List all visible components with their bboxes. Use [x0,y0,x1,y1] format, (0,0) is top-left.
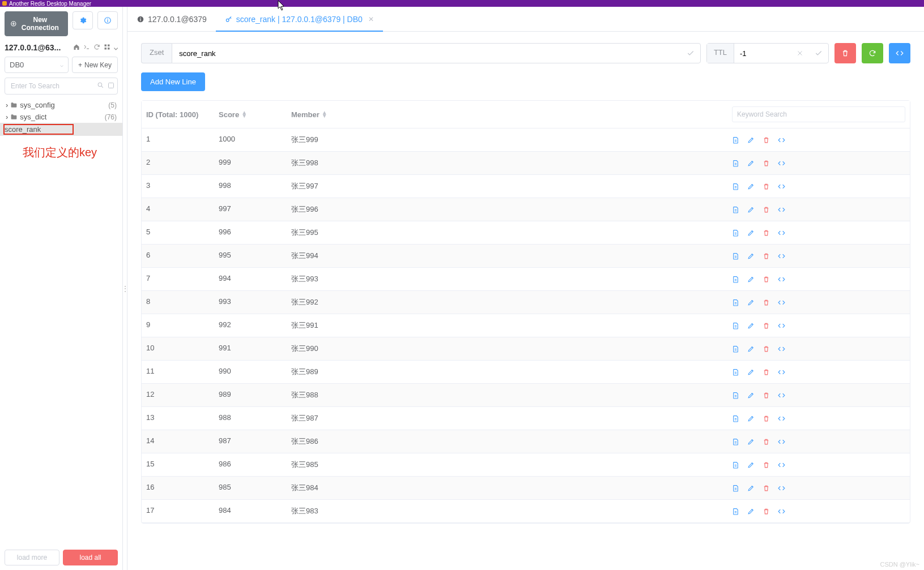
code-button[interactable] [778,322,785,329]
col-header-score[interactable]: Score ▲▼ [214,101,287,128]
code-button[interactable] [778,160,785,167]
detail-button[interactable] [732,508,739,515]
edit-button[interactable] [747,322,755,329]
log-button[interactable] [97,11,118,29]
new-connection-button[interactable]: New Connection [5,11,68,36]
edit-button[interactable] [747,136,755,144]
tab[interactable]: score_rank | 127.0.0.1@6379 | DB0✕ [216,7,383,31]
code-button[interactable] [778,276,785,283]
ttl-clear-button[interactable] [791,44,809,63]
detail-button[interactable] [732,160,739,167]
detail-button[interactable] [732,485,739,492]
terminal-icon[interactable] [83,44,90,52]
delete-button[interactable] [763,485,770,492]
delete-key-button[interactable] [834,43,856,63]
tab[interactable]: 127.0.0.1@6379 [127,7,216,31]
delete-button[interactable] [763,345,770,353]
code-button[interactable] [778,368,785,376]
delete-button[interactable] [763,438,770,445]
edit-button[interactable] [747,299,755,306]
col-header-id[interactable]: ID (Total: 1000) [142,101,214,128]
add-new-line-button[interactable]: Add New Line [141,72,205,91]
home-icon[interactable] [73,44,80,52]
connection-label[interactable]: 127.0.0.1@63... [5,43,61,52]
refresh-icon[interactable] [93,44,100,52]
detail-button[interactable] [732,276,739,283]
delete-button[interactable] [763,252,770,260]
code-button[interactable] [778,183,785,190]
code-button[interactable] [778,508,785,515]
delete-button[interactable] [763,299,770,306]
keyword-search-input[interactable] [732,106,905,122]
delete-button[interactable] [763,183,770,190]
edit-button[interactable] [747,276,755,283]
detail-button[interactable] [732,206,739,213]
code-button[interactable] [778,392,785,399]
delete-button[interactable] [763,206,770,213]
edit-button[interactable] [747,368,755,376]
search-icon[interactable] [97,82,104,89]
tree-folder[interactable]: › sys_dict(76) [0,111,122,123]
sidebar-resizer[interactable]: ⋮ [123,7,127,570]
detail-button[interactable] [732,438,739,445]
edit-button[interactable] [747,508,755,515]
edit-button[interactable] [747,252,755,260]
delete-button[interactable] [763,508,770,515]
detail-button[interactable] [732,136,739,144]
checkbox-icon[interactable] [108,82,114,89]
refresh-button[interactable] [862,43,883,63]
db-select[interactable]: DB0 ⌵ [5,57,69,73]
load-all-button[interactable]: load all [63,550,118,565]
ttl-confirm-button[interactable] [809,44,828,63]
code-button[interactable] [778,485,785,492]
delete-button[interactable] [763,136,770,144]
edit-button[interactable] [747,183,755,190]
code-button[interactable] [778,345,785,353]
delete-button[interactable] [763,160,770,167]
code-button[interactable] [778,461,785,469]
code-button[interactable] [778,206,785,213]
delete-button[interactable] [763,276,770,283]
key-confirm-button[interactable] [681,44,700,63]
edit-button[interactable] [747,461,755,469]
code-button[interactable] [778,438,785,445]
delete-button[interactable] [763,322,770,329]
grid-icon[interactable] [104,44,110,52]
edit-button[interactable] [747,229,755,237]
new-key-button[interactable]: + New Key [72,57,118,73]
detail-button[interactable] [732,252,739,260]
edit-button[interactable] [747,206,755,213]
detail-button[interactable] [732,392,739,399]
ttl-input[interactable] [734,44,791,63]
detail-button[interactable] [732,183,739,190]
edit-button[interactable] [747,415,755,422]
delete-button[interactable] [763,392,770,399]
settings-button[interactable] [73,11,93,29]
detail-button[interactable] [732,322,739,329]
col-header-member[interactable]: Member ▲▼ [287,101,727,128]
delete-button[interactable] [763,368,770,376]
tree-folder[interactable]: › sys_config(5) [0,99,122,111]
tree-key-selected[interactable]: score_rank [0,123,122,136]
edit-button[interactable] [747,345,755,353]
delete-button[interactable] [763,229,770,237]
edit-button[interactable] [747,485,755,492]
code-button[interactable] [778,136,785,144]
edit-button[interactable] [747,438,755,445]
chevron-down-icon[interactable]: ⌵ [114,44,118,52]
detail-button[interactable] [732,345,739,353]
edit-button[interactable] [747,160,755,167]
detail-button[interactable] [732,299,739,306]
edit-button[interactable] [747,392,755,399]
code-button[interactable] [889,43,910,63]
detail-button[interactable] [732,368,739,376]
code-button[interactable] [778,299,785,306]
delete-button[interactable] [763,415,770,422]
type-select[interactable]: Zset [141,43,172,63]
code-button[interactable] [778,415,785,422]
detail-button[interactable] [732,229,739,237]
code-button[interactable] [778,252,785,260]
delete-button[interactable] [763,461,770,469]
close-icon[interactable]: ✕ [368,15,374,23]
key-name-input[interactable] [172,44,681,63]
